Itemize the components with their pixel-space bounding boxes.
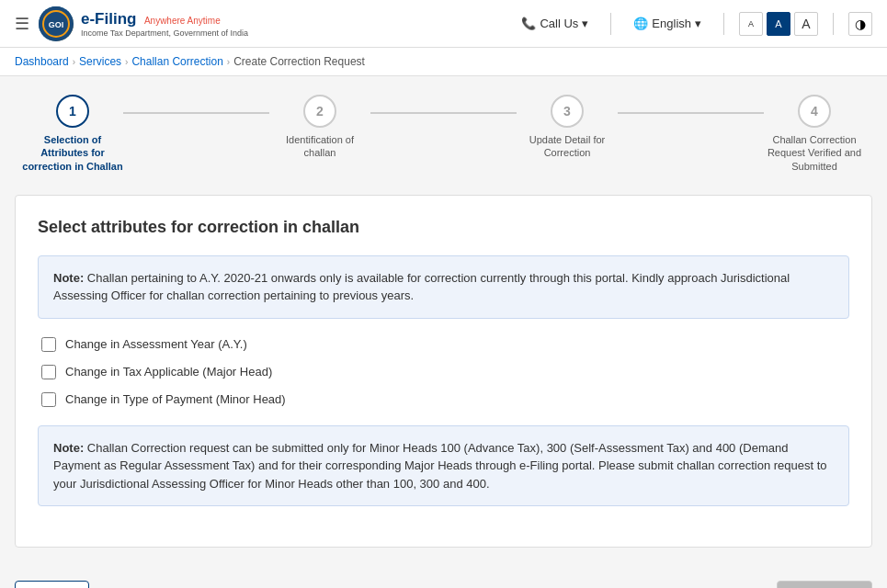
- step-4-circle: 4: [798, 95, 831, 128]
- hamburger-icon[interactable]: ☰: [15, 14, 29, 34]
- language-button[interactable]: 🌐 English ▾: [626, 13, 709, 34]
- logo-text: e-Filing Anywhere Anytime Income Tax Dep…: [81, 10, 248, 38]
- main-content: 1 Selection of Attributes for correction…: [0, 76, 887, 566]
- logo: GOI e-Filing Anywhere Anytime Income Tax…: [39, 6, 248, 41]
- step-1: 1 Selection of Attributes for correction…: [22, 95, 123, 173]
- stepper: 1 Selection of Attributes for correction…: [15, 95, 872, 173]
- font-small-button[interactable]: A: [739, 12, 763, 36]
- checkbox-item-major-head[interactable]: Change in Tax Applicable (Major Head): [41, 365, 846, 379]
- checkbox-minor-head-label: Change in Type of Payment (Minor Head): [65, 392, 286, 406]
- call-us-button[interactable]: 📞 Call Us ▾: [514, 13, 596, 34]
- step-3-label: Update Detail for Correction: [517, 133, 618, 160]
- checkbox-major-head[interactable]: [41, 365, 56, 379]
- footer: ‹ Back Continue ›: [0, 566, 887, 588]
- back-button[interactable]: ‹ Back: [15, 581, 89, 588]
- step-3-circle: 3: [551, 95, 584, 128]
- note2-bold: Note:: [53, 441, 84, 455]
- note1-text: Challan pertaining to A.Y. 2020-21 onwar…: [53, 271, 790, 303]
- phone-icon: 📞: [521, 17, 536, 30]
- card-title: Select attributes for correction in chal…: [38, 218, 849, 237]
- step-2: 2 Identification of challan: [269, 95, 370, 160]
- font-controls: A A A: [739, 12, 818, 36]
- note2-text: Challan Correction request can be submit…: [53, 441, 827, 491]
- logo-emblem: GOI: [39, 6, 74, 41]
- breadcrumb-sep: ›: [125, 57, 128, 67]
- breadcrumb-current: Create Correction Request: [233, 55, 365, 68]
- checkbox-minor-head[interactable]: [41, 392, 56, 407]
- step-1-label: Selection of Attributes for correction i…: [22, 133, 123, 173]
- connector-3-4: [618, 112, 764, 114]
- continue-button[interactable]: Continue ›: [777, 581, 872, 588]
- note-box-1: Note: Challan pertaining to A.Y. 2020-21…: [38, 255, 849, 319]
- contrast-button[interactable]: ◑: [848, 12, 872, 36]
- checkbox-major-head-label: Change in Tax Applicable (Major Head): [65, 365, 272, 379]
- checkbox-item-minor-head[interactable]: Change in Type of Payment (Minor Head): [41, 392, 846, 407]
- connector-2-3: [370, 112, 517, 114]
- step-3: 3 Update Detail for Correction: [517, 95, 618, 160]
- step-1-circle: 1: [56, 95, 89, 128]
- divider: [610, 13, 611, 35]
- checkbox-item-ay[interactable]: Change in Assessment Year (A.Y.): [41, 337, 846, 352]
- step-4: 4 Challan Correction Request Verified an…: [764, 95, 865, 173]
- breadcrumb-dashboard[interactable]: Dashboard: [15, 55, 69, 68]
- checkbox-group: Change in Assessment Year (A.Y.) Change …: [38, 337, 849, 407]
- chevron-down-icon: ▾: [695, 17, 701, 30]
- main-card: Select attributes for correction in chal…: [15, 195, 872, 548]
- step-2-label: Identification of challan: [269, 133, 370, 160]
- checkbox-ay[interactable]: [41, 337, 56, 352]
- note-box-2: Note: Challan Correction request can be …: [38, 425, 849, 507]
- divider: [723, 13, 724, 35]
- breadcrumb-sep: ›: [73, 57, 75, 67]
- svg-text:GOI: GOI: [49, 20, 64, 29]
- font-large-button[interactable]: A: [794, 12, 818, 36]
- checkbox-ay-label: Change in Assessment Year (A.Y.): [65, 337, 247, 351]
- breadcrumb-services[interactable]: Services: [79, 55, 121, 68]
- connector-1-2: [123, 112, 269, 114]
- step-2-circle: 2: [303, 95, 336, 128]
- divider: [833, 13, 834, 35]
- logo-subtitle: Income Tax Department, Government of Ind…: [81, 28, 248, 38]
- header: ☰ GOI e-Filing Anywhere Anytime Income T…: [0, 0, 887, 48]
- globe-icon: 🌐: [633, 17, 648, 30]
- breadcrumb-sep: ›: [227, 57, 230, 67]
- breadcrumb-challan-correction[interactable]: Challan Correction: [131, 55, 222, 68]
- note1-bold: Note:: [53, 271, 84, 285]
- chevron-down-icon: ▾: [582, 17, 588, 30]
- font-medium-button[interactable]: A: [767, 12, 790, 36]
- breadcrumb: Dashboard › Services › Challan Correctio…: [0, 48, 887, 76]
- step-4-label: Challan Correction Request Verified and …: [764, 133, 865, 173]
